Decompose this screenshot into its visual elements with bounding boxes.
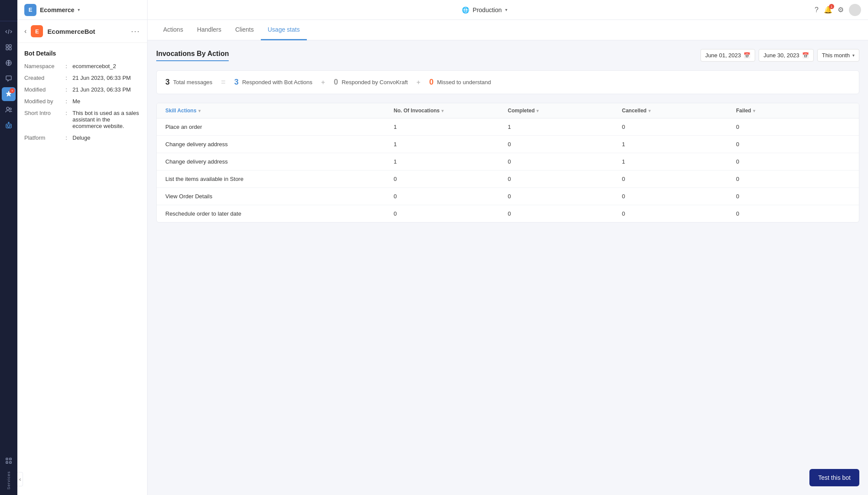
icon-nav-bar: + Services <box>0 0 17 495</box>
svg-rect-17 <box>10 462 11 463</box>
sort-completed-icon: ▾ <box>536 108 539 113</box>
td-completed-5: 0 <box>508 210 622 217</box>
th-cancelled[interactable]: Cancelled ▾ <box>622 108 736 114</box>
table-body: Place an order 1 1 0 0 Change delivery a… <box>157 118 859 222</box>
period-label: This month <box>822 52 850 59</box>
nav-code-icon[interactable] <box>2 25 16 39</box>
detail-modified: Modified : 21 Jun 2023, 06:33 PM <box>24 86 140 93</box>
td-skill-3: List the items available in Store <box>165 176 394 182</box>
td-invocations-0: 1 <box>394 124 508 130</box>
svg-point-10 <box>8 122 9 123</box>
platform-label: Platform <box>24 134 66 141</box>
content-area: 🌐 Production ▾ ? 🔔 1 ⚙ Actions Handlers … <box>148 0 868 495</box>
td-invocations-1: 1 <box>394 141 508 148</box>
nav-bot-icon[interactable] <box>2 118 16 132</box>
tab-actions[interactable]: Actions <box>156 20 190 40</box>
td-invocations-2: 1 <box>394 158 508 165</box>
responded-bot-count: 3 <box>234 78 239 87</box>
bot-avatar: E <box>31 25 43 37</box>
env-label: Production <box>473 7 502 13</box>
th-failed[interactable]: Failed ▾ <box>736 108 850 114</box>
responded-convokraft-label: Responded by ConvoKraft <box>342 79 408 85</box>
td-invocations-4: 0 <box>394 193 508 200</box>
td-failed-5: 0 <box>736 210 850 217</box>
nav-users-icon[interactable] <box>2 103 16 117</box>
invocations-title: Invocations By Action <box>156 50 229 61</box>
svg-rect-2 <box>9 45 11 47</box>
svg-rect-1 <box>6 45 8 47</box>
td-skill-2: Change delivery address <box>165 158 394 165</box>
svg-rect-15 <box>10 458 11 460</box>
svg-point-7 <box>7 107 9 110</box>
date-end-input[interactable]: June 30, 2023 📅 <box>759 49 813 62</box>
settings-icon[interactable]: ⚙ <box>838 6 844 14</box>
td-cancelled-2: 1 <box>622 158 736 165</box>
th-invocations[interactable]: No. Of Invocations ▾ <box>394 108 508 114</box>
collapse-sidebar-button[interactable]: ‹ <box>17 472 23 486</box>
notification-badge: 1 <box>829 4 834 9</box>
nav-puzzle-icon[interactable] <box>2 40 16 54</box>
sort-failed-icon: ▾ <box>753 108 755 113</box>
td-completed-0: 1 <box>508 124 622 130</box>
td-skill-4: View Order Details <box>165 193 394 200</box>
td-failed-0: 0 <box>736 124 850 130</box>
bot-details-title: Bot Details <box>24 50 140 57</box>
created-label: Created <box>24 75 66 81</box>
namespace-value: ecommercebot_2 <box>72 63 140 69</box>
td-cancelled-1: 1 <box>622 141 736 148</box>
help-icon[interactable]: ? <box>815 6 819 14</box>
tab-handlers[interactable]: Handlers <box>190 20 228 40</box>
svg-rect-16 <box>6 462 8 463</box>
stat-responded-bot: 3 Responded with Bot Actions <box>234 78 312 87</box>
td-failed-1: 0 <box>736 141 850 148</box>
env-dropdown-arrow[interactable]: ▾ <box>505 7 507 12</box>
missed-label: Missed to understand <box>437 79 491 85</box>
modified-label: Modified <box>24 86 66 93</box>
total-label: Total messages <box>173 79 212 85</box>
test-bot-button[interactable]: Test this bot <box>809 469 859 486</box>
services-label: Services <box>7 469 11 492</box>
date-start-input[interactable]: June 01, 2023 📅 <box>700 49 755 62</box>
back-button[interactable]: ‹ <box>24 27 26 35</box>
td-cancelled-3: 0 <box>622 176 736 182</box>
td-cancelled-4: 0 <box>622 193 736 200</box>
tab-usage-stats[interactable]: Usage stats <box>261 20 307 40</box>
td-completed-1: 0 <box>508 141 622 148</box>
stat-divider-1: = <box>221 78 226 87</box>
stat-responded-convokraft: 0 Responded by ConvoKraft <box>334 78 408 87</box>
app-selector[interactable]: E Ecommerce ▾ <box>24 4 80 16</box>
tab-clients[interactable]: Clients <box>228 20 261 40</box>
td-cancelled-5: 0 <box>622 210 736 217</box>
period-dropdown-arrow: ▾ <box>852 53 855 58</box>
nav-star-icon[interactable]: + <box>2 87 16 101</box>
nav-logo <box>2 3 16 17</box>
td-invocations-5: 0 <box>394 210 508 217</box>
table-row: View Order Details 0 0 0 0 <box>157 188 859 205</box>
detail-modified-by: Modified by : Me <box>24 98 140 105</box>
stat-plus-2: + <box>417 79 421 86</box>
sidebar-top-bar: E Ecommerce ▾ <box>17 0 147 20</box>
nav-globe-icon[interactable] <box>2 56 16 70</box>
app-dropdown-arrow[interactable]: ▾ <box>78 7 80 12</box>
detail-short-intro: Short Intro : This bot is used as a sale… <box>24 110 140 129</box>
td-skill-5: Reschedule order to later date <box>165 210 394 217</box>
user-avatar[interactable] <box>849 4 861 16</box>
nav-chat-icon[interactable] <box>2 72 16 85</box>
invocations-table: Skill Actions ▾ No. Of Invocations ▾ Com… <box>156 103 859 223</box>
nav-grid-icon[interactable] <box>2 454 16 468</box>
stat-plus-1: + <box>321 79 325 86</box>
th-skill-actions[interactable]: Skill Actions ▾ <box>165 108 394 114</box>
created-value: 21 Jun 2023, 06:33 PM <box>72 75 140 81</box>
calendar-start-icon: 📅 <box>743 52 750 59</box>
th-completed[interactable]: Completed ▾ <box>508 108 622 114</box>
period-select[interactable]: This month ▾ <box>817 49 859 62</box>
env-selector[interactable]: 🌐 Production ▾ <box>462 7 507 13</box>
date-filters: June 01, 2023 📅 June 30, 2023 📅 This mon… <box>700 49 859 62</box>
responded-bot-label: Responded with Bot Actions <box>242 79 312 85</box>
svg-rect-4 <box>9 48 11 50</box>
namespace-label: Namespace <box>24 63 66 69</box>
table-row: Change delivery address 1 0 1 0 <box>157 136 859 153</box>
notification-icon[interactable]: 🔔 1 <box>824 6 832 14</box>
bot-more-button[interactable]: ··· <box>131 27 140 36</box>
table-row: Reschedule order to later date 0 0 0 0 <box>157 205 859 222</box>
